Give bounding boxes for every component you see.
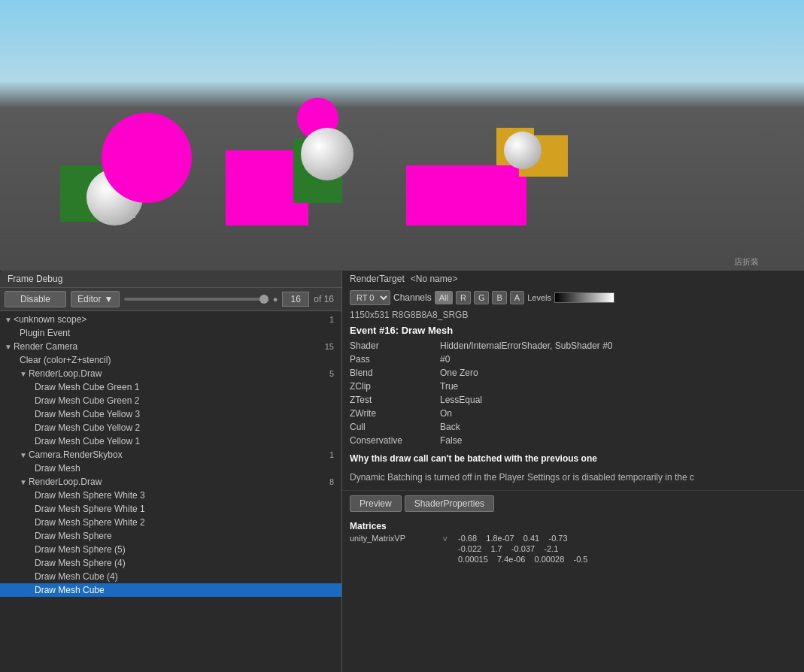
arrow-icon: ▼	[20, 451, 27, 459]
frame-slider[interactable]	[124, 298, 268, 301]
prop-key: Shader	[350, 341, 440, 351]
tree-item-sphere-5[interactable]: Draw Mesh Sphere (5)	[0, 543, 341, 556]
matrix-row-3: 0.00015 7.4e-06 0.00028 -0.5	[350, 554, 796, 565]
editor-dropdown[interactable]: Editor ▼	[71, 291, 120, 307]
tree-item-renderloop-draw-1[interactable]: ▼ RenderLoop.Draw 5	[0, 367, 341, 380]
levels-area: Levels	[527, 292, 614, 303]
tree-item-cube-green-2[interactable]: Draw Mesh Cube Green 2	[0, 394, 341, 407]
prop-val: Hidden/InternalErrorShader, SubShader #0	[440, 341, 612, 351]
tree-item-label: Draw Mesh Sphere (5)	[35, 544, 126, 555]
preview-tab-button[interactable]: Preview	[350, 495, 402, 512]
rt-dropdown[interactable]: RT 0	[350, 290, 390, 305]
arrow-icon: ▼	[20, 478, 27, 486]
watermark: 店折装	[734, 256, 759, 268]
tree-item-label: Draw Mesh Sphere (4)	[35, 558, 126, 568]
channel-all-button[interactable]: All	[435, 291, 453, 304]
levels-label: Levels	[527, 293, 551, 302]
channel-row: RT 0 Channels All R G B A Levels	[342, 287, 804, 308]
editor-label: Editor	[77, 294, 101, 304]
tree-item-label: Draw Mesh Cube Yellow 3	[35, 409, 140, 419]
levels-bar	[554, 292, 614, 303]
bottom-panel: Frame Debug Disable Editor ▼ ● of 16 ▼ <	[0, 271, 804, 672]
tree-item-sphere-white-3[interactable]: Draw Mesh Sphere White 3	[0, 489, 341, 502]
tree-item-cube-yellow-2[interactable]: Draw Mesh Cube Yellow 2	[0, 421, 341, 434]
prop-row-cull: Cull Back	[350, 420, 796, 434]
tree-area[interactable]: ▼ <unknown scope> 1 Plugin Event ▼ Rende…	[0, 311, 341, 672]
arrow-icon: ▼	[5, 316, 12, 324]
tree-item-cube-green-1[interactable]: Draw Mesh Cube Green 1	[0, 380, 341, 394]
tree-item-draw-cube-selected[interactable]: Draw Mesh Cube	[0, 583, 341, 597]
prop-row-ztest: ZTest LessEqual	[350, 393, 796, 407]
tree-item-sphere-white-2[interactable]: Draw Mesh Sphere White 2	[0, 516, 341, 529]
prop-key: ZClip	[350, 381, 440, 392]
prop-row-pass: Pass #0	[350, 353, 796, 366]
matrix-values-row3: 0.00015 7.4e-06 0.00028 -0.5	[458, 555, 587, 564]
event-title: Event #16: Draw Mesh	[350, 325, 453, 336]
arrow-icon: ▼	[20, 370, 27, 378]
prop-val: One Zero	[440, 368, 478, 378]
matrix-name: unity_MatrixVP	[350, 534, 440, 543]
tree-item-clear[interactable]: Clear (color+Z+stencil)	[0, 353, 341, 367]
tree-item-cube-yellow-3[interactable]: Draw Mesh Cube Yellow 3	[0, 407, 341, 421]
matrix-row-1: unity_MatrixVP v -0.68 1.8e-07 0.41 -0.7…	[350, 533, 796, 543]
resolution-row: 1150x531 R8G8B8A8_SRGB	[342, 308, 804, 322]
tree-item-plugin-event[interactable]: Plugin Event	[0, 326, 341, 340]
render-target-label: RenderTarget	[350, 274, 405, 284]
frame-number-input[interactable]	[282, 292, 309, 307]
prop-row-zwrite: ZWrite On	[350, 407, 796, 420]
scene-group-2	[226, 135, 376, 233]
tree-item-render-camera[interactable]: ▼ Render Camera 15	[0, 340, 341, 353]
tree-item-label: Render Camera	[14, 341, 77, 352]
tree-item-label: Draw Mesh	[35, 463, 80, 474]
tree-item-label: Draw Mesh Sphere	[35, 531, 112, 541]
prop-key: Blend	[350, 368, 440, 378]
resolution-value: 1150x531 R8G8B8A8_SRGB	[350, 310, 468, 320]
prop-val: #0	[440, 354, 450, 365]
tree-item-renderloop-draw-2[interactable]: ▼ RenderLoop.Draw 8	[0, 475, 341, 489]
matrix-values-row2: -0.022 1.7 -0.037 -2.1	[458, 544, 558, 553]
prop-val: On	[440, 408, 452, 419]
channel-a-button[interactable]: A	[510, 291, 524, 304]
count-badge: 1	[329, 315, 337, 324]
count-badge: 15	[325, 342, 337, 351]
render-target-row: RenderTarget <No name>	[342, 271, 804, 287]
prop-val: True	[440, 381, 458, 392]
tree-item-label: Camera.RenderSkybox	[29, 450, 123, 460]
3d-viewport: 店折装	[0, 0, 804, 271]
matrix-row-2: -0.022 1.7 -0.037 -2.1	[350, 543, 796, 554]
tree-item-sphere-white-1[interactable]: Draw Mesh Sphere White 1	[0, 502, 341, 516]
tree-item-label: Draw Mesh Cube Green 1	[35, 382, 139, 392]
disable-button[interactable]: Disable	[5, 291, 66, 307]
prop-val: LessEqual	[440, 395, 482, 405]
batching-title: Why this draw call can't be batched with…	[350, 453, 597, 464]
slider-thumb	[259, 295, 269, 304]
channel-r-button[interactable]: R	[456, 291, 471, 304]
tree-item-sphere[interactable]: Draw Mesh Sphere	[0, 529, 341, 543]
tree-item-camera-renderskybox[interactable]: ▼ Camera.RenderSkybox 1	[0, 448, 341, 462]
white-sphere2-obj	[301, 128, 353, 180]
shader-properties-tab-button[interactable]: ShaderProperties	[405, 495, 494, 512]
bullet-icon: ●	[273, 295, 278, 304]
matrices-title: Matrices	[350, 519, 796, 533]
prop-row-shader: Shader Hidden/InternalErrorShader, SubSh…	[350, 339, 796, 353]
tree-item-label: Draw Mesh Cube Yellow 1	[35, 436, 140, 446]
prop-key: Conservative	[350, 435, 440, 446]
tree-item-unknown-scope[interactable]: ▼ <unknown scope> 1	[0, 313, 341, 326]
channel-b-button[interactable]: B	[492, 291, 506, 304]
frame-debug-label: Frame Debug	[8, 274, 62, 284]
tree-item-draw-mesh-sky[interactable]: Draw Mesh	[0, 462, 341, 475]
tree-item-label: <unknown scope>	[14, 314, 86, 325]
prop-key: ZTest	[350, 395, 440, 405]
right-panel: RenderTarget <No name> RT 0 Channels All…	[342, 271, 804, 672]
tree-item-cube-yellow-1[interactable]: Draw Mesh Cube Yellow 1	[0, 434, 341, 448]
tree-item-label: RenderLoop.Draw	[29, 368, 102, 379]
tree-item-sphere-4[interactable]: Draw Mesh Sphere (4)	[0, 556, 341, 570]
prop-key: Pass	[350, 354, 440, 365]
scene-group-3	[406, 135, 594, 233]
channel-g-button[interactable]: G	[474, 291, 490, 304]
tree-item-label: Clear (color+Z+stencil)	[20, 355, 111, 365]
tree-item-cube-4[interactable]: Draw Mesh Cube (4)	[0, 570, 341, 583]
white-sphere3-obj	[504, 132, 542, 169]
matrix-values-row1: -0.68 1.8e-07 0.41 -0.73	[458, 534, 568, 543]
count-badge: 1	[329, 450, 337, 459]
